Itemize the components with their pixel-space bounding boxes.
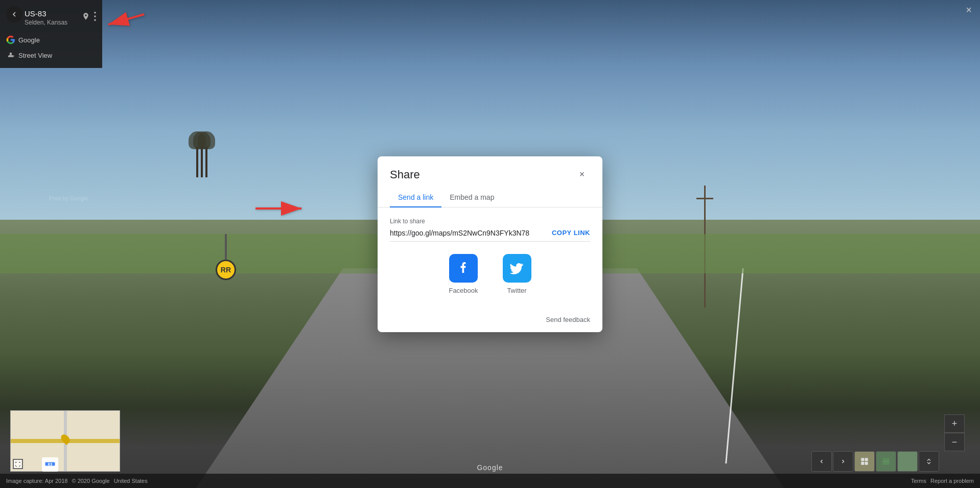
twitter-icon [503, 254, 531, 283]
share-dialog: Share × Send a link Embed a map Link to … [378, 156, 602, 332]
dialog-body: Link to share COPY LINK Facebook [378, 207, 602, 315]
tab-send-link[interactable]: Send a link [390, 187, 441, 207]
copy-link-button[interactable]: COPY LINK [552, 229, 590, 237]
twitter-button[interactable]: Twitter [503, 254, 531, 294]
dialog-close-button[interactable]: × [574, 167, 590, 183]
dialog-footer: Send feedback [378, 315, 602, 332]
link-label: Link to share [390, 218, 590, 225]
link-row: COPY LINK [390, 229, 590, 242]
dialog-title: Share [390, 168, 420, 181]
dialog-header: Share × [378, 156, 602, 183]
link-input[interactable] [390, 229, 548, 237]
dialog-tabs: Send a link Embed a map [378, 183, 602, 207]
send-feedback-button[interactable]: Send feedback [546, 316, 590, 323]
social-buttons: Facebook Twitter [390, 254, 590, 294]
tab-embed-map[interactable]: Embed a map [441, 187, 502, 207]
facebook-label: Facebook [449, 287, 478, 294]
twitter-label: Twitter [507, 287, 526, 294]
facebook-button[interactable]: Facebook [449, 254, 478, 294]
dialog-overlay: Share × Send a link Embed a map Link to … [0, 0, 980, 488]
facebook-icon [449, 254, 478, 283]
